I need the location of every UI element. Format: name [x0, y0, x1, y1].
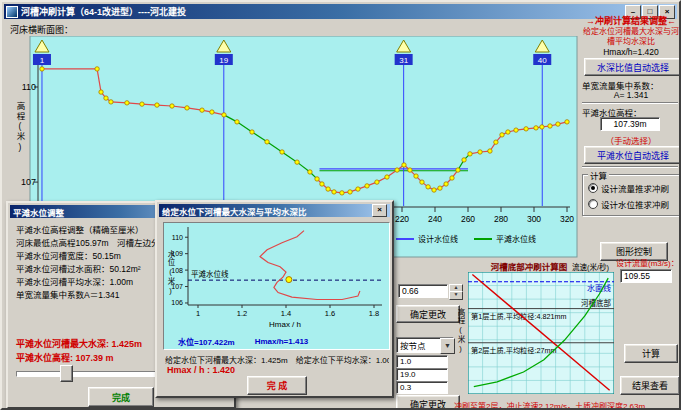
ratio-chart-ylabel: 水位(米)	[165, 250, 176, 296]
ratio-plot: 11010910810710611.21.41.61.8Hmax / h平滩水位…	[164, 223, 389, 335]
calc-group-caption: 计算	[588, 169, 609, 181]
svg-text:220: 220	[395, 214, 409, 224]
readout-ratio: Hmax/h=1.413	[255, 337, 309, 346]
coefficient-spin-input[interactable]: 0.66	[398, 284, 448, 298]
apply-change-button-top[interactable]: 确定更改	[396, 305, 460, 323]
legend-item-design: 设计水位线	[396, 233, 458, 244]
radio-design-flow-label: 设计流量推求冲刷	[601, 182, 669, 194]
param-input-1[interactable]: 1.0	[396, 355, 448, 368]
ratio-value: Hmax/h=1.420	[582, 47, 680, 57]
svg-text:320: 320	[560, 214, 574, 224]
bankfull-swatch	[474, 238, 492, 240]
ratio-description: 给定水位河槽最大水深与河槽平均水深比	[582, 27, 680, 47]
svg-text:31: 31	[399, 56, 408, 65]
calculate-button[interactable]: 计算	[624, 344, 678, 363]
panel-line-3: 平滩水位河槽宽度：50.15m	[16, 249, 121, 261]
design-level-swatch	[396, 238, 414, 240]
bankfull-panel-title: 平滩水位调整	[13, 206, 64, 218]
svg-text:280: 280	[494, 214, 508, 224]
param-input-3[interactable]: 0.3	[396, 381, 448, 394]
scour-result-caption: 冲刷至第2层，冲止流速2.12m/s，土质冲刷深度2.63m	[454, 400, 666, 410]
app-icon	[6, 6, 18, 18]
combobox-dropdown-arrow-icon[interactable]: ▼	[440, 338, 455, 354]
legend-bankfull-label: 平滩水位线	[496, 233, 536, 244]
radio-design-flow[interactable]: 设计流量推求冲刷	[588, 182, 669, 194]
panel-line-6: 单宽流量集中系数A＝1.341	[16, 288, 119, 300]
svg-text:110: 110	[172, 234, 183, 241]
param-input-2[interactable]: 19.0	[396, 368, 448, 381]
results-panel-title: →冲刷计算结果调整←	[580, 14, 681, 27]
svg-text:Hmax / h: Hmax / h	[269, 320, 301, 329]
svg-text:水面线: 水面线	[587, 283, 611, 293]
panel-line-5: 平滩水位河槽平均水深：1.00m	[16, 275, 133, 287]
bankfull-level-value[interactable]: 107.39m	[600, 117, 660, 131]
svg-text:106: 106	[171, 299, 183, 306]
scour-chart: 河槽底部冲刷计算图 流速(米/秒) 高程(米) 水面线河槽底部第1层土质,平均粒…	[454, 260, 620, 398]
window-title: 河槽冲刷计算（64-1改进型）----河北建投	[21, 5, 186, 18]
readout-level: 水位=107.422m	[178, 336, 235, 347]
app-window: 河槽冲刷计算（64-1改进型）----河北建投 – □ × 河床横断面图： 11…	[0, 0, 681, 410]
dialog-done-button[interactable]: 完 成	[247, 376, 307, 395]
chart-legend: 设计水位线 平滩水位线	[396, 233, 536, 244]
svg-text:40: 40	[538, 56, 547, 65]
svg-text:1.6: 1.6	[325, 309, 335, 318]
dialog-depths-line: 给定水位下河槽最大水深：1.425m 给定水位下平均水深：1.004m	[165, 354, 389, 365]
auto-bankfull-button[interactable]: 平滩水位自动选择	[584, 146, 681, 164]
svg-text:1.4: 1.4	[281, 309, 291, 318]
unit-discharge-value: A= 1.341	[582, 90, 680, 100]
svg-text:第2层土质,平均粒径:27mm: 第2层土质,平均粒径:27mm	[471, 346, 556, 355]
svg-text:1: 1	[196, 309, 200, 318]
auto-depth-ratio-button[interactable]: 水深比值自动选择	[584, 58, 681, 76]
ratio-chart: 11010910810710611.21.41.61.8Hmax / h平滩水位…	[163, 222, 390, 350]
svg-text:19: 19	[219, 56, 228, 65]
dialog-title: 给定水位下河槽最大水深与平均水深比	[162, 205, 307, 217]
panel-line-4: 平滩水位河槽过水面积：50.12m²	[16, 262, 141, 274]
apply-change-button-bottom[interactable]: 确定更改	[396, 395, 460, 410]
scour-plot: 水面线河槽底部第1层土质,平均粒径:4.821mm第2层土质,平均粒径:27mm	[468, 272, 614, 394]
design-flow-input[interactable]: 109.55	[620, 269, 672, 283]
manual-select-note: （手动选择）	[582, 134, 680, 146]
panel-line-1: 平滩水位高程调整（精确至厘米）	[16, 223, 144, 235]
title-bar[interactable]: 河槽冲刷计算（64-1改进型）----河北建投 – □ ×	[4, 4, 677, 19]
dialog-titlebar[interactable]: 给定水位下河槽最大水深与平均水深比 ×	[159, 204, 390, 217]
svg-text:平滩水位线: 平滩水位线	[191, 269, 229, 279]
radio-design-level-label: 设计水位推求冲刷	[601, 198, 669, 210]
svg-text:240: 240	[428, 214, 442, 224]
panel-line-2: 河床最低点高程105.97m 河槽左边分割线	[16, 236, 177, 248]
panel-done-button[interactable]: 完成	[88, 387, 154, 407]
svg-text:300: 300	[527, 214, 541, 224]
legend-item-bankfull: 平滩水位线	[474, 233, 536, 244]
design-flow-label: 设计流量(m3/s)：	[616, 257, 679, 268]
dialog-close-icon[interactable]: ×	[372, 204, 387, 217]
svg-text:1.2: 1.2	[237, 309, 247, 318]
dialog-ratio-line: Hmax / h : 1.420	[167, 365, 235, 375]
radio-design-level[interactable]: 设计水位推求冲刷	[588, 198, 669, 210]
ratio-readout: 水位=107.422m Hmax/h=1.413	[164, 335, 389, 348]
scour-chart-xlabel: 流速(米/秒)	[572, 261, 609, 272]
depth-ratio-dialog: 给定水位下河槽最大水深与平均水深比 × 11010910810710611.21…	[155, 200, 394, 398]
panel-bankfull-level: 平滩水位高程: 107.39 m	[16, 351, 114, 364]
level-slider-thumb[interactable]	[60, 365, 73, 382]
radio-design-flow-circle[interactable]	[588, 183, 598, 193]
view-results-button[interactable]: 结果查看	[620, 376, 680, 395]
svg-text:260: 260	[461, 214, 475, 224]
svg-text:107: 107	[21, 177, 36, 187]
radio-design-level-circle[interactable]	[588, 199, 598, 209]
calc-mode-group: 计算 设计流量推求冲刷 设计水位推求冲刷	[582, 174, 680, 216]
section-label: 河床横断面图：	[10, 23, 73, 36]
svg-text:1: 1	[40, 56, 45, 65]
svg-text:110: 110	[22, 82, 36, 92]
legend-design-label: 设计水位线	[418, 233, 458, 244]
scour-chart-ylabel: 高程(米)	[455, 308, 466, 354]
panel-max-depth: 平滩水位河槽最大水深: 1.425m	[16, 337, 142, 350]
svg-text:1.8: 1.8	[369, 309, 379, 318]
main-chart-ylabel: 高程(米)	[14, 102, 26, 153]
